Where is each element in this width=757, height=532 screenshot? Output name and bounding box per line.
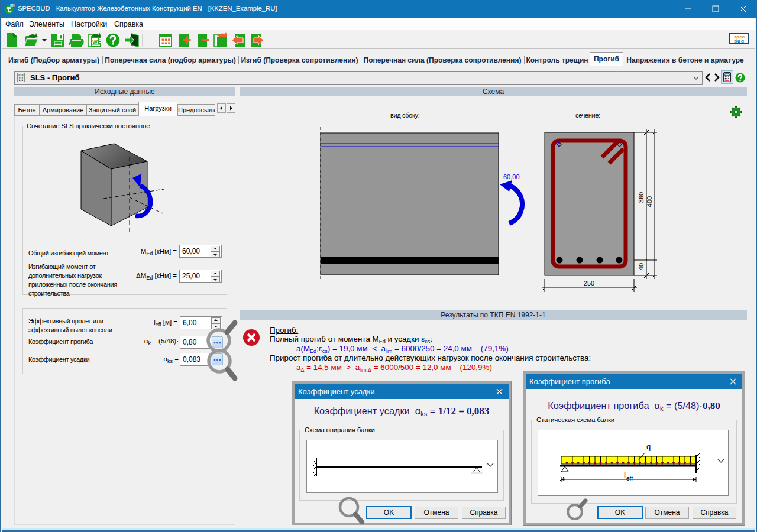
svg-text:60,00: 60,00 (503, 173, 520, 180)
svg-text:EN: EN (10, 4, 14, 7)
svg-text:q: q (646, 442, 651, 451)
svg-text:W: W (92, 39, 98, 45)
svg-text:l: l (624, 471, 626, 479)
svg-text:eff: eff (626, 475, 633, 482)
svg-text:360: 360 (638, 192, 645, 203)
svg-text:250: 250 (584, 280, 594, 287)
svg-text:40: 40 (638, 263, 645, 270)
svg-text:400: 400 (646, 196, 653, 207)
